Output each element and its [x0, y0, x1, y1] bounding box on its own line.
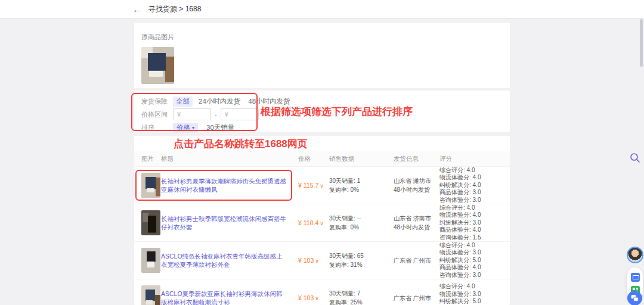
- price-value: ¥ 110.4: [298, 219, 318, 226]
- chevron-down-icon: ∨: [320, 183, 324, 189]
- store-icon[interactable]: [631, 273, 640, 282]
- col-header-price: 价格: [298, 155, 329, 163]
- product-thumbnail: [141, 285, 160, 305]
- rating-info: 综合评分: 4.0物流体验分: 4.0纠纷解决分: 4.0商品体验分: 3.0咨…: [439, 167, 510, 204]
- col-header-sales: 销售数据: [329, 155, 394, 163]
- sort-price-text: 价格: [177, 123, 190, 132]
- product-title-link[interactable]: 长袖衬衫男夏季薄款潮牌痞帅街头免熨烫透感亚麻休闲衬衣慵懒风: [161, 177, 298, 194]
- shipping-option-24h[interactable]: 24小时内发货: [199, 97, 240, 106]
- price-range-label: 价格区间: [141, 110, 173, 119]
- sort-label: 排序: [141, 123, 173, 132]
- rating-info: 综合评分: 4.0物流体验分: 3.0纠纷解决分: 5.0商品体验分: 4.0咨…: [439, 242, 510, 279]
- sales-data: 30天销量: 1复购率: 0%: [329, 176, 394, 194]
- price-toggle[interactable]: ¥ 103∨: [298, 294, 329, 301]
- chevron-down-icon: ▾: [192, 125, 194, 130]
- sort-by-30d-sales[interactable]: 30天销量: [206, 123, 234, 132]
- shipping-info: 山东省 潍坊市48小时内发货: [394, 176, 439, 194]
- table-row: ASCLO夏季新款亚麻长袖衬衫男薄款休闲韩版棉麻衬衣翻领潮流寸衫 ¥ 103∨ …: [134, 279, 510, 305]
- price-toggle[interactable]: ¥ 110.4∨: [298, 219, 329, 226]
- original-product-card: 原商品图片: [134, 23, 510, 88]
- sales-data: 30天销量: 65复购率: 31%: [329, 251, 394, 269]
- sort-by-price-dropdown[interactable]: 价格 ▾: [173, 123, 198, 133]
- table-header-row: 图片 标题 价格 销售数据 发货信息 评分: [134, 151, 510, 167]
- chevron-down-icon: ∨: [315, 295, 319, 301]
- col-header-image: 图片: [141, 155, 161, 163]
- product-title-link[interactable]: ASCLO夏季新款亚麻长袖衬衫男薄款休闲韩版棉麻衬衣翻领潮流寸衫: [161, 290, 298, 305]
- shipping-filter-label: 发货保障: [141, 97, 173, 106]
- col-header-shipping: 发货信息: [394, 155, 439, 163]
- table-row: 长袖衬衫男士秋季韩版宽松潮流休闲感百搭牛仔衬衣外套 ¥ 110.4∨ 30天销量…: [134, 204, 510, 242]
- scrollbar-thumb[interactable]: [640, 19, 643, 67]
- col-header-rating: 评分: [439, 155, 510, 163]
- product-thumbnail: [141, 210, 160, 235]
- price-max-input[interactable]: [221, 108, 259, 120]
- product-thumbnail: [141, 248, 160, 273]
- original-product-label: 原商品图片: [141, 33, 503, 42]
- original-product-image: [141, 47, 174, 84]
- breadcrumb: 寻找货源 > 1688: [148, 4, 201, 14]
- search-icon[interactable]: [630, 152, 640, 163]
- table-row: 长袖衬衫男夏季薄款潮牌痞帅街头免熨烫透感亚麻休闲衬衣慵懒风 ¥ 115.7∨ 3…: [134, 167, 510, 204]
- price-toggle[interactable]: ¥ 103∨: [298, 257, 329, 264]
- product-table-card: 图片 标题 价格 销售数据 发货信息 评分 长袖衬衫男夏季薄款潮牌痞帅街头免熨烫…: [134, 136, 510, 305]
- price-range-separator: -: [215, 111, 217, 118]
- chevron-down-icon: ∨: [315, 258, 319, 264]
- product-thumbnail: [141, 173, 160, 198]
- back-arrow-icon[interactable]: ←: [132, 5, 141, 14]
- price-value: ¥ 103: [298, 294, 314, 301]
- chevron-down-icon: ∨: [320, 220, 324, 226]
- table-row: ASCLO纯色长袖亚麻衬衣青年韩版高级感上衣宽松夏季薄款衬衫外套 ¥ 103∨ …: [134, 242, 510, 279]
- shipping-info: 广东省 广州市: [394, 294, 439, 303]
- customer-service-avatar[interactable]: [627, 247, 643, 263]
- price-min-input[interactable]: [173, 108, 211, 120]
- col-header-title: 标题: [161, 155, 298, 163]
- shipping-info: 广东省 广州市: [394, 256, 439, 265]
- chat-button[interactable]: [627, 291, 642, 305]
- shipping-option-all[interactable]: 全部: [173, 97, 193, 107]
- chat-icon: [631, 294, 639, 302]
- price-toggle[interactable]: ¥ 115.7∨: [298, 182, 329, 189]
- sales-data: 30天销量: --复购率: 0%: [329, 214, 394, 232]
- rating-info: 综合评分: 4.0物流体验分: 4.0纠纷解决分: 3.0商品体验分: 4.0咨…: [439, 204, 510, 241]
- product-title-link[interactable]: 长袖衬衫男士秋季韩版宽松潮流休闲感百搭牛仔衬衣外套: [161, 214, 298, 231]
- price-value: ¥ 103: [298, 257, 314, 264]
- product-title-link[interactable]: ASCLO纯色长袖亚麻衬衣青年韩版高级感上衣宽松夏季薄款衬衫外套: [161, 252, 298, 269]
- sales-data: 30天销量: 7复购率: 25%: [329, 289, 394, 305]
- filter-annotation-text: 根据筛选项筛选下列产品进行排序: [261, 105, 413, 119]
- table-annotation-text: 点击产品名称跳转至1688网页: [174, 137, 308, 151]
- rating-info: 综合评分: 4.0物流体验分: 3.0纠纷解决分: 5.0商品体验分: 4.0: [439, 283, 510, 305]
- top-bar: ← 寻找货源 > 1688: [0, 0, 644, 18]
- price-value: ¥ 115.7: [298, 182, 318, 189]
- shipping-info: 山东省 济南市48小时内发货: [394, 214, 439, 232]
